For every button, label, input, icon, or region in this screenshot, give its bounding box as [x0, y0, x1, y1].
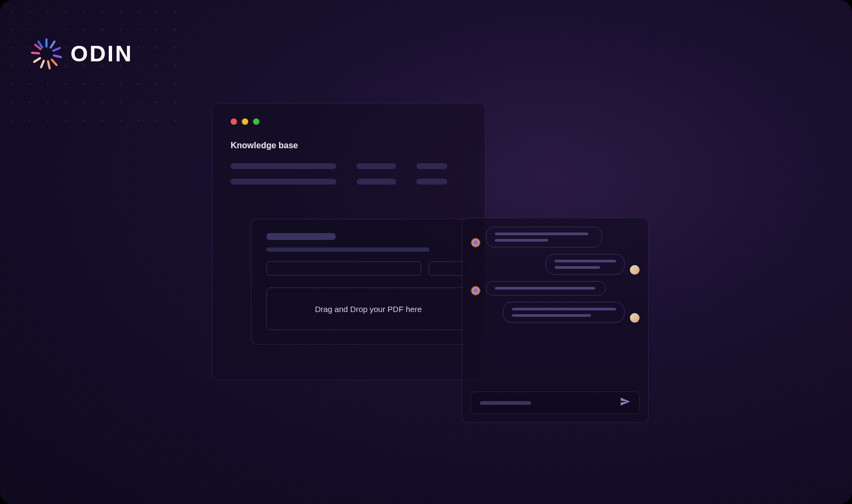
chat-bubble [486, 227, 602, 247]
logo-text: ODIN [70, 41, 133, 67]
skeleton-text [231, 179, 336, 185]
knowledge-base-list [231, 163, 467, 185]
list-item [231, 163, 467, 169]
bot-message-group [471, 227, 640, 247]
svg-line-7 [41, 61, 44, 67]
svg-line-5 [52, 60, 57, 65]
window-controls [231, 118, 467, 125]
skeleton-text [480, 401, 531, 405]
logo-icon [30, 37, 63, 70]
skeleton-text [416, 179, 447, 185]
skeleton-heading [266, 233, 336, 240]
user-avatar-icon [630, 313, 640, 323]
bot-message-group [471, 281, 640, 295]
chat-bubble [486, 281, 606, 295]
skeleton-text [512, 314, 591, 317]
svg-line-6 [48, 61, 50, 68]
skeleton-text [512, 308, 616, 310]
chat-input[interactable] [471, 391, 640, 414]
skeleton-text [357, 179, 396, 185]
bot-avatar-icon [471, 286, 480, 295]
send-icon[interactable] [620, 396, 630, 409]
maximize-icon[interactable] [253, 118, 259, 125]
svg-line-8 [34, 58, 40, 62]
close-icon[interactable] [231, 118, 237, 125]
brand-logo: ODIN [30, 37, 133, 70]
skeleton-text [555, 266, 600, 269]
bot-avatar-icon [471, 238, 480, 247]
minimize-icon[interactable] [242, 118, 248, 125]
app-canvas: // generated inline for static pattern [0, 0, 852, 504]
skeleton-text [495, 239, 548, 242]
chat-messages [471, 227, 640, 385]
pdf-dropzone[interactable]: Drag and Drop your PDF here [266, 287, 470, 330]
skeleton-text [266, 247, 429, 252]
user-avatar-icon [630, 265, 640, 275]
svg-line-3 [53, 48, 60, 51]
svg-line-1 [51, 42, 54, 47]
dropzone-label: Drag and Drop your PDF here [315, 305, 422, 314]
svg-line-9 [32, 53, 39, 53]
user-message-group [471, 254, 640, 275]
upload-form-row [266, 261, 470, 276]
upload-panel: Drag and Drop your PDF here [251, 219, 486, 345]
list-item [231, 179, 467, 185]
knowledge-base-title: Knowledge base [231, 141, 467, 150]
skeleton-text [231, 163, 336, 169]
upload-name-input[interactable] [266, 261, 421, 276]
skeleton-text [495, 233, 588, 235]
skeleton-text [416, 163, 447, 169]
skeleton-text [555, 260, 616, 262]
chat-bubble [503, 302, 625, 323]
chat-panel [462, 218, 649, 423]
skeleton-text [495, 287, 595, 290]
svg-line-4 [54, 55, 61, 57]
chat-bubble [546, 254, 625, 275]
skeleton-text [357, 163, 396, 169]
user-message-group [471, 302, 640, 323]
